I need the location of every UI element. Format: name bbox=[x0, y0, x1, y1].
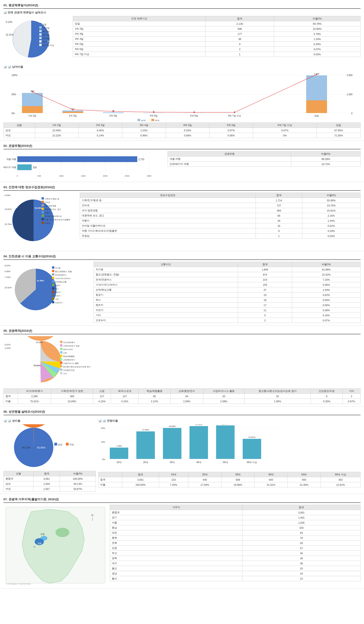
table-row: 3박 4일381.24% bbox=[73, 37, 361, 42]
stay-data-table: 인천 체류기간 합계 비율(%) 당일2,13669.78% 1박 2일6982… bbox=[73, 16, 361, 57]
svg-rect-73 bbox=[42, 214, 44, 217]
svg-text:당일: 당일 bbox=[42, 23, 47, 26]
table-row: 경북39 bbox=[110, 556, 361, 561]
table-row: 당일2,13669.78% bbox=[73, 21, 361, 26]
svg-text:단체/패키지 여행: 단체/패키지 여행 bbox=[3, 166, 16, 169]
svg-text:인천: 인천 bbox=[38, 542, 41, 545]
bar-female-1 bbox=[22, 106, 43, 113]
svg-text:10%: 10% bbox=[101, 441, 105, 443]
svg-text:40대: 40대 bbox=[196, 461, 201, 464]
transport-content: 7.15% 22.02% 5.06% 0.07% 61.88% 자가용 철도(공… bbox=[3, 262, 361, 323]
info-source-table: 정보수집경로 합계 비율(%) 가족/친구/동료 등1,71455.99% 인터… bbox=[80, 193, 361, 239]
transport-table: 교통수단 합계 비율(%) 자가용1,89461.88% 철도(공항철도, 전철… bbox=[94, 262, 361, 323]
table-row: 울산22 bbox=[110, 576, 361, 581]
stay-survey-top: 0.13% 22.31% 68.28% 당일 1박 2일 2박 3일 3박 4일… bbox=[3, 16, 361, 63]
table-row: 합계 2,296 309 127 127 65 64 33 32 6 2 bbox=[4, 394, 361, 399]
svg-text:17.64%: 17.64% bbox=[142, 429, 149, 431]
svg-text:남성: 남성 bbox=[141, 119, 146, 121]
svg-text:4.15%: 4.15% bbox=[5, 347, 11, 349]
bar-male-3 bbox=[103, 112, 124, 113]
svg-text:사업/비즈니스 활동: 사업/비즈니스 활동 bbox=[63, 362, 79, 364]
svg-rect-94 bbox=[52, 284, 54, 286]
svg-text:21.40%: 21.40% bbox=[222, 424, 229, 425]
tourism-type-content: 0 500 1000 1500 2000 2500 3000 개별 여행 단체/… bbox=[3, 151, 361, 180]
svg-text:50대: 50대 bbox=[223, 461, 228, 464]
svg-text:55.99%: 55.99% bbox=[35, 207, 42, 209]
svg-text:6박 7일 이상: 6박 7일 이상 bbox=[42, 44, 54, 47]
svg-text:1,000: 1,000 bbox=[347, 93, 352, 96]
svg-text:쇼핑: 쇼핑 bbox=[63, 352, 67, 354]
svg-text:철도(공항철도, 전철): 철도(공항철도, 전철) bbox=[55, 270, 72, 273]
svg-text:여가/위락/휴가: 여가/위락/휴가 bbox=[63, 341, 75, 343]
svg-text:10대: 10대 bbox=[117, 461, 121, 464]
svg-text:자가용: 자가용 bbox=[55, 267, 61, 269]
section-06-title: 06. 성연령별 실태조사(2016년) bbox=[3, 409, 361, 415]
svg-text:여행사: 여행사 bbox=[45, 212, 50, 214]
svg-text:시내/시외/고속버스: 시내/시외/고속버스 bbox=[55, 277, 71, 280]
section-04: 04. 인천관광 시 이용 교통수단(2016년) bbox=[0, 251, 364, 326]
table-row: 철도(공항철도, 전철)67422.02% bbox=[94, 272, 361, 277]
svg-text:7.29%: 7.29% bbox=[116, 445, 122, 447]
svg-text:0%: 0% bbox=[102, 458, 105, 461]
subsection-stay-survey: 전체 관광객 체류일수 실태조사 bbox=[3, 11, 361, 15]
svg-text:항공기: 항공기 bbox=[55, 284, 61, 286]
svg-text:2박 3일: 2박 3일 bbox=[42, 30, 49, 33]
section-07: 07. 관광객 거주지역(출발지기준, 2016년) 강원 인천 57 bbox=[0, 494, 364, 589]
svg-text:© 2020 Mapbox © OpenStreetMap: © 2020 Mapbox © OpenStreetMap bbox=[6, 583, 31, 585]
table-row: 단체/패키지 여행 10.72% bbox=[168, 162, 361, 167]
svg-rect-104 bbox=[52, 301, 54, 303]
bar-package bbox=[17, 164, 32, 170]
bar-50s bbox=[216, 425, 235, 459]
purpose-pie: 4.15% 0.07% 10.09% 75.01% 여가/위락/휴가 가족/친척… bbox=[3, 336, 96, 388]
svg-rect-75 bbox=[42, 218, 44, 220]
svg-rect-116 bbox=[60, 351, 62, 354]
trend-dot bbox=[72, 109, 73, 110]
gender-bar-section: 📊 남여비율 100% 50% 0% 2,000 1,000 0 698 bbox=[3, 65, 361, 138]
svg-point-156 bbox=[55, 528, 69, 537]
svg-text:10.09%: 10.09% bbox=[36, 341, 43, 343]
table-row: 전세/관광버스2197.15% bbox=[94, 277, 361, 282]
age-summary-table: 합계 10대 20대 30대 40대 50대 60대 이상 합계 3,061 2… bbox=[98, 472, 361, 487]
svg-rect-120 bbox=[60, 358, 62, 361]
table-row: 비율 100.00% 7.29% 17.64% 19.86% 21.01% 21… bbox=[98, 482, 361, 487]
age-bar-svg: 20% 10% 0% 7.29% 17.64% 19.86% bbox=[98, 424, 283, 470]
svg-rect-98 bbox=[52, 291, 54, 293]
section-02: 02. 관광유형(2016년) 0 500 1000 1500 2000 250… bbox=[0, 141, 364, 182]
gender-pie-section: 📊 성비율 49.13% 50.86% 남성 여성 bbox=[3, 417, 96, 492]
svg-text:0: 0 bbox=[17, 175, 18, 177]
table-row: 충남100 bbox=[110, 525, 361, 530]
svg-text:4박 5일: 4박 5일 bbox=[42, 37, 49, 40]
trend-dot bbox=[153, 111, 154, 113]
svg-rect-12 bbox=[39, 44, 42, 46]
svg-text:22.02%: 22.02% bbox=[5, 286, 12, 289]
residence-table: 거주지 합계 총합계3,061 경기1,401 서울1,035 충남100 대전… bbox=[110, 505, 361, 581]
table-row: 전북59 bbox=[110, 541, 361, 546]
svg-rect-128 bbox=[60, 372, 62, 374]
svg-text:여성: 여성 bbox=[155, 119, 159, 121]
svg-rect-6 bbox=[39, 33, 42, 36]
trend-dot bbox=[32, 91, 33, 92]
stay-col-pct: 비율(%) bbox=[274, 16, 361, 21]
svg-text:강원: 강원 bbox=[40, 533, 45, 535]
svg-rect-114 bbox=[60, 348, 62, 350]
transport-pie: 7.15% 22.02% 5.06% 0.07% 61.88% 자가용 철도(공… bbox=[3, 262, 91, 318]
svg-text:3박 4일: 3박 4일 bbox=[42, 34, 49, 36]
table-row: 자가용1,89461.88% bbox=[94, 267, 361, 272]
svg-rect-65 bbox=[42, 201, 44, 203]
info-source-pie: 0.03% 15.81% 23.75% 55.99% 가족/친구/동료 등 인터… bbox=[3, 193, 77, 249]
svg-text:19.86%: 19.86% bbox=[169, 425, 176, 427]
svg-rect-69 bbox=[42, 208, 44, 210]
table-row: 6박 7일 이상10.03% bbox=[73, 52, 361, 57]
svg-rect-132 bbox=[54, 443, 57, 445]
svg-text:레저/스포츠: 레저/스포츠 bbox=[63, 348, 73, 350]
transport-svg: 7.15% 22.02% 5.06% 0.07% 61.88% 자가용 철도(공… bbox=[3, 262, 91, 317]
table-row: 총합계3,061 bbox=[110, 510, 361, 515]
pie-label-22: 22.31% bbox=[6, 33, 14, 36]
svg-rect-63 bbox=[42, 197, 44, 200]
table-row: 여행 가이드북/브로슈어/팜플렛90.29% bbox=[80, 228, 361, 234]
table-row: 충북78 bbox=[110, 535, 361, 541]
table-row: 여성 22.22% 5.14% 0.96% 0.06% 0.06% 0% 71.… bbox=[4, 133, 361, 138]
svg-text:오토바이: 오토바이 bbox=[55, 302, 62, 304]
svg-rect-88 bbox=[52, 273, 54, 276]
age-subtitle: 📊 연령비율 bbox=[98, 419, 361, 423]
